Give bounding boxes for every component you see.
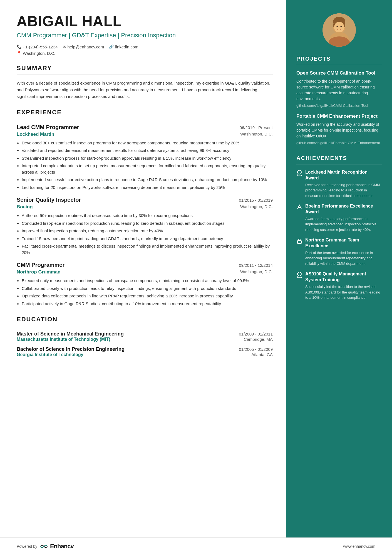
project-2-name: Portable CMM Enhancement Project <box>296 113 382 119</box>
bullet: Trained 15 new personnel in print readin… <box>22 236 273 242</box>
email-text: help@enhancv.com <box>68 45 104 49</box>
footer-left: Powered by Enhancv <box>17 543 74 550</box>
edu-1-location: Cambridge, MA <box>244 337 273 342</box>
achievement-3-name: Northrop Grumman Team Excellence <box>305 237 382 249</box>
phone-text: +1-(234)-555-1234 <box>23 45 58 49</box>
bullet: Validated and reported dimensional measu… <box>22 147 273 154</box>
job-1-bullets: Developed 30+ customized inspection prog… <box>22 140 273 191</box>
bullet: Developed 30+ customized inspection prog… <box>22 140 273 146</box>
achievement-2-name: Boeing Performance Excellence Award <box>305 203 382 215</box>
achievement-4-name: AS9100 Quality Management System Trainin… <box>305 271 382 283</box>
bullet: Facilitated cross-departmental meetings … <box>22 243 273 256</box>
email-item: ✉ help@enhancv.com <box>63 45 104 49</box>
achievement-1-desc: Received for outstanding performance in … <box>305 182 382 199</box>
job-2-company-row: Boeing Washington, D.C. <box>17 204 273 210</box>
projects-section: PROJECTS Open Source CMM Calibration Too… <box>296 56 382 151</box>
achievement-1-content: Lockheed Martin Recognition Award Receiv… <box>305 169 382 198</box>
project-1: Open Source CMM Calibration Tool Contrib… <box>296 70 382 108</box>
svg-point-8 <box>341 26 342 27</box>
project-2-desc: Worked on refining the accuracy and usab… <box>296 122 382 139</box>
achievement-3-content: Northrop Grumman Team Excellence Part of… <box>305 237 382 266</box>
bullet: Conducted first-piece inspections for pr… <box>22 220 273 227</box>
candidate-name: ABIGAIL HALL <box>17 13 273 29</box>
enhancv-logo: Enhancv <box>39 543 74 550</box>
achievement-3-desc: Part of the team awarded for excellence … <box>305 250 382 267</box>
projects-title: PROJECTS <box>296 56 382 62</box>
project-1-desc: Contributed to the development of an ope… <box>296 78 382 102</box>
experience-divider <box>17 119 273 119</box>
avatar-wrapper <box>296 13 382 47</box>
achievement-4-desc: Successfully led the transition to the r… <box>305 284 382 300</box>
right-column: PROJECTS Open Source CMM Calibration Too… <box>286 0 392 537</box>
edu-1-school: Massachusetts Institute of Technology (M… <box>17 337 110 342</box>
job-1-location: Washington, D.C. <box>240 132 273 137</box>
edu-2-school-row: Georgia Institute of Technology Atlanta,… <box>17 352 273 357</box>
edu-2-degree: Bachelor of Science in Precision Enginee… <box>17 346 125 352</box>
achievement-3-icon <box>296 238 302 245</box>
summary-section: SUMMARY With over a decade of specialize… <box>17 65 273 100</box>
brand-name: Enhancv <box>50 543 74 550</box>
job-3: CMM Programmer 09/2011 - 12/2014 Northro… <box>17 262 273 307</box>
linkedin-item: 🔗 linkedin.com <box>109 45 138 49</box>
candidate-title: CMM Programmer | GD&T Expertise | Precis… <box>17 31 273 40</box>
job-1: Lead CMM Programmer 06/2019 - Present Lo… <box>17 124 273 191</box>
job-2-bullets: Authored 50+ inspection routines that de… <box>22 213 273 256</box>
edu-2-header: Bachelor of Science in Precision Enginee… <box>17 346 273 352</box>
edu-1-dates: 01/2009 - 01/2011 <box>239 332 273 336</box>
achievements-title: ACHIEVEMENTS <box>296 155 382 161</box>
job-3-bullets: Executed daily measurements and inspecti… <box>22 278 273 307</box>
achievement-4: AS9100 Quality Management System Trainin… <box>296 271 382 300</box>
avatar <box>322 13 356 47</box>
email-icon: ✉ <box>63 45 66 49</box>
bullet: Collaborated closely with production lea… <box>22 285 273 292</box>
achievement-2-icon <box>296 204 302 211</box>
bullet: Improved final inspection protocols, red… <box>22 228 273 234</box>
avatar-svg <box>322 13 356 47</box>
footer: Powered by Enhancv www.enhancv.com <box>0 537 392 555</box>
edu-1-degree: Master of Science in Mechanical Engineer… <box>17 331 124 337</box>
location-icon: 📍 <box>17 51 21 55</box>
achievements-section: ACHIEVEMENTS Lockheed Martin Recognition… <box>296 155 382 305</box>
location-row: 📍 Washington, D.C. <box>17 51 273 56</box>
svg-point-15 <box>297 272 301 276</box>
job-2-company: Boeing <box>17 204 33 210</box>
job-3-location: Washington, D.C. <box>240 269 273 275</box>
bullet: Streamlined inspection process for start… <box>22 155 273 162</box>
svg-point-6 <box>334 22 344 33</box>
job-3-dates: 09/2011 - 12/2014 <box>239 263 273 268</box>
left-column: ABIGAIL HALL CMM Programmer | GD&T Exper… <box>0 0 286 537</box>
bullet: Optimized data collection protocols in l… <box>22 293 273 299</box>
job-3-title: CMM Programmer <box>17 262 64 268</box>
bullet: Interpreted complex blueprints to set up… <box>22 163 273 175</box>
job-1-dates: 06/2019 - Present <box>240 125 273 130</box>
job-3-company-row: Northrop Grumman Washington, D.C. <box>17 269 273 275</box>
summary-title: SUMMARY <box>17 65 273 72</box>
education-divider <box>17 326 273 326</box>
svg-rect-14 <box>297 241 301 243</box>
bullet: Executed daily measurements and inspecti… <box>22 278 273 284</box>
education-title: EDUCATION <box>17 316 273 323</box>
job-1-company-row: Lockheed Martin Washington, D.C. <box>17 132 273 137</box>
summary-divider <box>17 75 273 75</box>
location-text: Washington, D.C. <box>23 51 55 56</box>
enhancv-logomark <box>39 544 48 549</box>
job-1-header: Lead CMM Programmer 06/2019 - Present <box>17 124 273 130</box>
job-2: Senior Quality Inspector 01/2015 - 05/20… <box>17 197 273 256</box>
edu-1-header: Master of Science in Mechanical Engineer… <box>17 331 273 337</box>
education-section: EDUCATION Master of Science in Mechanica… <box>17 316 273 357</box>
footer-website: www.enhancv.com <box>343 544 375 549</box>
bullet: Authored 50+ inspection routines that de… <box>22 213 273 219</box>
edu-1: Master of Science in Mechanical Engineer… <box>17 331 273 342</box>
job-3-header: CMM Programmer 09/2011 - 12/2014 <box>17 262 273 268</box>
project-2: Portable CMM Enhancement Project Worked … <box>296 113 382 145</box>
bullet: Implemented successful corrective action… <box>22 177 273 183</box>
bullet: Participated actively in Gage R&R Studie… <box>22 301 273 307</box>
edu-2-school: Georgia Institute of Technology <box>17 352 83 357</box>
projects-divider <box>296 65 382 65</box>
phone-icon: 📞 <box>17 45 21 49</box>
svg-point-12 <box>297 170 301 174</box>
project-2-link: github.com/AbigailHall/Portable-CMM-Enha… <box>296 141 382 145</box>
linkedin-icon: 🔗 <box>109 45 114 49</box>
experience-title: EXPERIENCE <box>17 109 273 116</box>
job-2-header: Senior Quality Inspector 01/2015 - 05/20… <box>17 197 273 203</box>
